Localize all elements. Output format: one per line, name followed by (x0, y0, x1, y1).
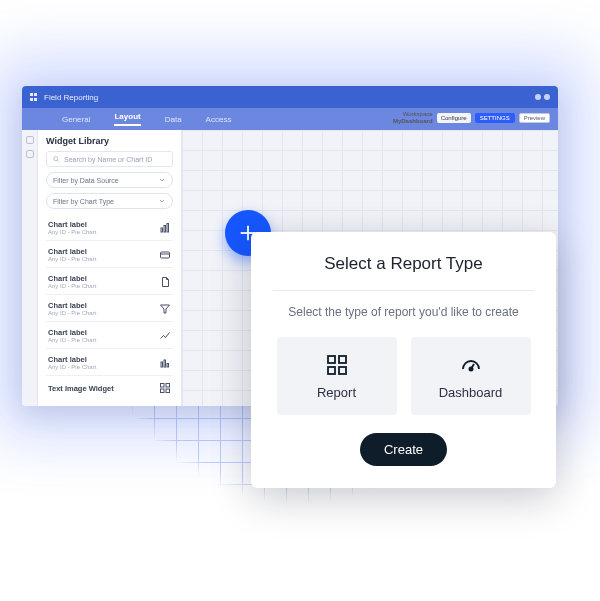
grid-icon (325, 353, 349, 377)
list-item[interactable]: Chart labelAny ID - Pie Chart (46, 351, 173, 376)
svg-rect-14 (166, 389, 170, 393)
window-controls[interactable] (535, 94, 550, 100)
rail-item[interactable] (26, 136, 34, 144)
gauge-icon (459, 353, 483, 377)
list-item[interactable]: Chart labelAny ID - Pie Chart (46, 297, 173, 322)
filter-chart-type[interactable]: Filter by Chart Type (46, 193, 173, 209)
app-title: Field Reporting (44, 93, 98, 102)
menubar: General Layout Data Access Workspace MyD… (22, 108, 558, 130)
bar-chart-icon (159, 357, 171, 369)
modal-subtitle: Select the type of report you'd like to … (273, 305, 534, 319)
app-switcher-icon[interactable] (30, 93, 38, 101)
line-chart-icon (159, 330, 171, 342)
option-label: Dashboard (439, 385, 503, 400)
svg-rect-18 (339, 356, 346, 363)
svg-rect-2 (161, 228, 163, 232)
svg-rect-10 (167, 363, 169, 367)
search-input[interactable]: Search by Name or Chart ID (46, 151, 173, 167)
titlebar: Field Reporting (22, 86, 558, 108)
funnel-icon (159, 303, 171, 315)
svg-rect-13 (161, 389, 165, 393)
widget-library-sidebar: Widget Library Search by Name or Chart I… (38, 130, 182, 406)
svg-rect-3 (164, 225, 166, 232)
svg-line-1 (57, 160, 59, 162)
widget-list: Chart labelAny ID - Pie Chart Chart labe… (46, 216, 173, 399)
configure-chip[interactable]: Configure (437, 113, 471, 123)
modal-title: Select a Report Type (273, 254, 534, 274)
select-report-type-modal: Select a Report Type Select the type of … (251, 232, 556, 488)
svg-rect-8 (161, 362, 163, 367)
tab-general[interactable]: General (62, 115, 90, 124)
svg-rect-11 (161, 384, 165, 388)
svg-rect-20 (339, 367, 346, 374)
list-item[interactable]: Chart labelAny ID - Pie Chart (46, 270, 173, 295)
svg-rect-4 (167, 223, 169, 232)
bar-chart-icon (159, 222, 171, 234)
rail-item[interactable] (26, 150, 34, 158)
option-label: Report (317, 385, 356, 400)
list-item[interactable]: Chart labelAny ID - Pie Chart (46, 243, 173, 268)
document-icon (159, 276, 171, 288)
tab-data[interactable]: Data (165, 115, 182, 124)
settings-button[interactable]: SETTINGS (475, 113, 515, 123)
preview-button[interactable]: Preview (519, 113, 550, 123)
left-rail (22, 130, 38, 406)
chevron-down-icon (158, 197, 166, 205)
list-item[interactable]: Chart labelAny ID - Pie Chart (46, 216, 173, 241)
svg-rect-9 (164, 360, 166, 367)
svg-rect-17 (328, 356, 335, 363)
svg-rect-19 (328, 367, 335, 374)
sidebar-title: Widget Library (46, 136, 173, 146)
list-item[interactable]: Text Image Widget (46, 378, 173, 399)
filter-data-source[interactable]: Filter by Data Source (46, 172, 173, 188)
divider (273, 290, 534, 291)
option-report[interactable]: Report (277, 337, 397, 415)
svg-marker-7 (161, 305, 170, 313)
svg-point-0 (54, 157, 58, 161)
create-button[interactable]: Create (360, 433, 447, 466)
list-item[interactable]: Chart labelAny ID - Pie Chart (46, 324, 173, 349)
svg-rect-12 (166, 384, 170, 388)
grid-icon (159, 382, 171, 394)
tab-access[interactable]: Access (206, 115, 232, 124)
card-icon (159, 249, 171, 261)
search-icon (52, 155, 60, 163)
svg-rect-5 (161, 252, 170, 258)
chevron-down-icon (158, 176, 166, 184)
tab-layout[interactable]: Layout (114, 112, 140, 126)
option-dashboard[interactable]: Dashboard (411, 337, 531, 415)
workspace-label: Workspace MyDashboard (393, 111, 433, 125)
